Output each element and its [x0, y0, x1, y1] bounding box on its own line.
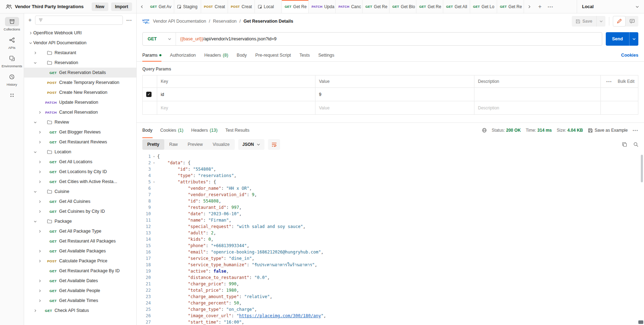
view-tab-preview[interactable]: Preview	[183, 139, 208, 150]
send-options-chevron-icon[interactable]	[629, 32, 638, 46]
open-tab[interactable]: GETGet Re	[416, 0, 443, 13]
sidebar-request-item[interactable]: GETGet Reservation Details	[24, 68, 136, 78]
tab-tests[interactable]: Tests	[300, 49, 310, 61]
sidebar-request-item[interactable]: GETGet All Cuisines	[24, 196, 136, 206]
rail-item-history[interactable]: History	[5, 72, 19, 86]
chevron-right-icon[interactable]	[37, 279, 42, 283]
chevron-right-icon[interactable]	[37, 299, 42, 302]
chevron-down-icon[interactable]	[28, 41, 33, 45]
copy-icon[interactable]	[622, 142, 627, 147]
sidebar-filter-input[interactable]	[35, 16, 123, 25]
scroll-tabs-left-button[interactable]	[137, 0, 147, 13]
open-tab[interactable]: PATCHUpda	[309, 0, 336, 13]
open-tab[interactable]: GETGet Av	[147, 0, 174, 13]
sidebar-request-item[interactable]: PATCHCancel Reservation	[24, 107, 136, 117]
open-tab[interactable]: Local	[255, 0, 282, 13]
open-tab[interactable]: PATCHCanc	[336, 0, 363, 13]
rail-item-environments[interactable]: Environments	[1, 54, 22, 68]
new-button[interactable]: New	[92, 2, 108, 11]
chevron-right-icon[interactable]	[37, 170, 42, 173]
save-as-example-button[interactable]: Save as Example	[588, 128, 628, 133]
sidebar-request-item[interactable]: GETGet Available Times	[24, 296, 136, 306]
fold-toggle-icon[interactable]: ▾	[151, 160, 157, 166]
tab-headers[interactable]: Headers(8)	[204, 49, 228, 61]
sidebar-folder-item[interactable]: Restaurant	[24, 48, 136, 58]
view-tab-raw[interactable]: Raw	[164, 139, 183, 150]
response-tab-cookies[interactable]: Cookies(1)	[160, 123, 183, 138]
open-tab[interactable]: POSTCreat	[201, 0, 228, 13]
chevron-down-icon[interactable]	[32, 121, 38, 124]
wrap-text-button[interactable]	[268, 139, 280, 150]
workspace-title[interactable]: Vendor Third Party Integrations	[15, 4, 84, 9]
tab-settings[interactable]: Settings	[318, 49, 334, 61]
sidebar-request-item[interactable]: GETGet Cities with Active Resta...	[24, 177, 136, 187]
sidebar-request-item[interactable]: GETGet All Locations	[24, 157, 136, 167]
url-input[interactable]: {{base_url}}/api/vendor/v1/reservations.…	[176, 36, 277, 41]
bulk-edit-button[interactable]: Bulk Edit	[618, 79, 634, 84]
chevron-right-icon[interactable]	[37, 160, 42, 164]
sidebar-request-item[interactable]: GETGet All Package Type	[24, 226, 136, 236]
new-tab-button[interactable]: +	[535, 0, 545, 13]
tab-params[interactable]: Params	[142, 49, 161, 61]
open-tab[interactable]: GETGet Lo	[470, 0, 497, 13]
chevron-down-icon[interactable]	[32, 150, 38, 154]
tab-body[interactable]: Body	[237, 49, 247, 61]
fold-toggle-icon[interactable]: ▾	[151, 153, 157, 160]
scroll-tabs-right-button[interactable]	[524, 0, 535, 13]
tab-authorization[interactable]: Authorization	[170, 49, 196, 61]
response-scrollbar[interactable]	[641, 155, 643, 182]
format-select[interactable]: JSON	[238, 139, 265, 150]
open-tab[interactable]: POSTCreat	[228, 0, 255, 13]
checkbox-checked[interactable]: ✓	[146, 92, 152, 97]
chevron-right-icon[interactable]	[37, 111, 42, 114]
sidebar-folder-item[interactable]: Review	[24, 117, 136, 127]
chevron-right-icon[interactable]	[37, 131, 42, 134]
sidebar-request-item[interactable]: GETGet Restaurant Reviews	[24, 137, 136, 147]
response-tab-body[interactable]: Body	[142, 123, 153, 138]
param-description-input[interactable]: Description	[474, 101, 601, 114]
open-tab-active[interactable]: GETGet Re	[282, 0, 309, 13]
sidebar-request-item[interactable]: GETGet Available People	[24, 286, 136, 296]
sidebar-more-icon[interactable]: •••	[126, 18, 132, 22]
sidebar-collection-item[interactable]: Vendor API Documentation	[24, 38, 136, 48]
sidebar-request-item[interactable]: GETGet Restaurant Package By ID	[24, 266, 136, 276]
save-options-chevron-icon[interactable]	[596, 16, 605, 27]
rail-item-collections[interactable]: Collections	[4, 17, 20, 31]
view-tab-visualize[interactable]: Visualize	[208, 139, 235, 150]
chevron-right-icon[interactable]	[37, 141, 42, 144]
sidebar-request-item[interactable]: GETGet Available Packages	[24, 246, 136, 256]
open-tab[interactable]: Staging	[174, 0, 201, 13]
params-more-icon[interactable]: •••	[606, 79, 612, 84]
chevron-down-icon[interactable]	[32, 220, 38, 223]
search-icon[interactable]	[633, 142, 638, 147]
sidebar-request-item[interactable]: POSTCreate New Reservation	[24, 87, 136, 97]
open-tab[interactable]: GETGet Re	[363, 0, 389, 13]
rail-item-more[interactable]	[5, 91, 19, 100]
chevron-right-icon[interactable]	[32, 51, 38, 55]
rail-item-apis[interactable]: APIs	[5, 35, 19, 50]
sidebar-request-item[interactable]: GETGet Restaurant All Packages	[24, 236, 136, 246]
edit-mode-button[interactable]	[613, 16, 626, 27]
chevron-right-icon[interactable]	[37, 260, 42, 263]
sidebar-folder-item[interactable]: Location	[24, 147, 136, 157]
method-select[interactable]: GET	[143, 33, 176, 45]
chevron-right-icon[interactable]	[37, 210, 42, 213]
sidebar-request-item[interactable]: PATCHUpdate Reservation	[24, 97, 136, 107]
sidebar-request-item[interactable]: GETGet Available Dates	[24, 276, 136, 286]
view-tab-pretty[interactable]: Pretty	[142, 139, 164, 150]
chevron-right-icon[interactable]	[37, 180, 42, 183]
sidebar-request-item[interactable]: GETGet Locations by City ID	[24, 167, 136, 177]
chevron-right-icon[interactable]	[37, 250, 42, 253]
cookies-link[interactable]: Cookies	[621, 53, 638, 58]
param-key-cell[interactable]: id	[157, 88, 315, 101]
sidebar-request-item[interactable]: POSTCreate Temporary Reservation	[24, 78, 136, 87]
param-value-cell[interactable]: 9	[315, 88, 474, 101]
fold-toggle-icon[interactable]: ▾	[151, 179, 157, 185]
sidebar-folder-item[interactable]: Cuisine	[24, 187, 136, 196]
open-tab[interactable]: GETGet All	[443, 0, 470, 13]
sidebar-collection-item[interactable]: OpenRice Webhook URI	[24, 28, 136, 38]
param-value-input[interactable]: Value	[315, 101, 474, 114]
open-tab[interactable]: GETGet Blo	[389, 0, 416, 13]
param-key-input[interactable]: Key	[157, 101, 315, 114]
param-description-cell[interactable]	[474, 88, 601, 101]
